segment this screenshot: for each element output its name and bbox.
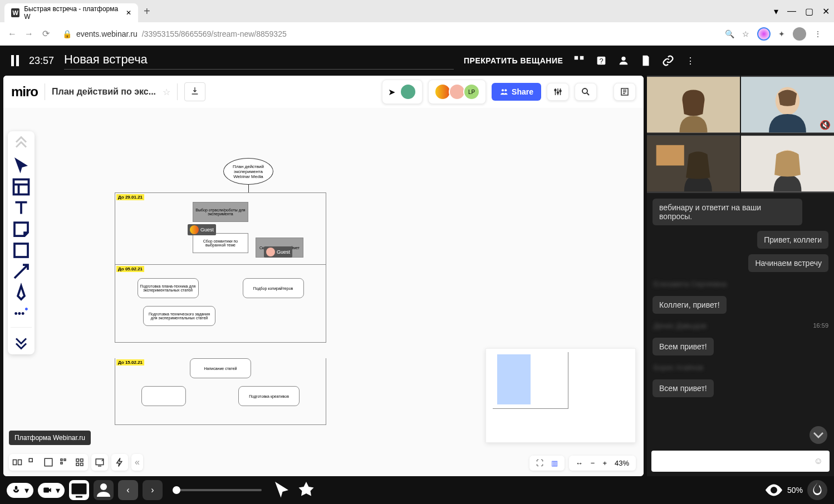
shared-content: miro План действий по экс... ☆ ➤ LP: [3, 76, 644, 476]
participants-pill[interactable]: LP: [428, 80, 486, 104]
extensions-icon[interactable]: ✦: [778, 29, 785, 38]
select-tool[interactable]: [10, 156, 32, 176]
activity-button[interactable]: [614, 83, 636, 101]
frames-panel-button[interactable]: [9, 454, 88, 471]
meeting-name-input[interactable]: Новая встреча: [64, 52, 454, 70]
present-button[interactable]: [91, 454, 108, 471]
chat-message: Начинаем встречу: [748, 254, 828, 272]
video-participant-1[interactable]: [647, 76, 740, 134]
collapse-down-icon[interactable]: [10, 331, 32, 351]
more-tools[interactable]: ••••: [10, 304, 32, 324]
prev-slide-button[interactable]: ‹: [118, 480, 138, 500]
browser-menu-icon[interactable]: ⋮: [814, 29, 822, 38]
share-button[interactable]: Share: [492, 83, 541, 101]
chat-message: вебинару и ответит на ваши вопросы.: [653, 199, 802, 225]
help-icon[interactable]: ?: [595, 55, 607, 67]
pen-tool[interactable]: [10, 283, 32, 303]
chevron-down-icon[interactable]: ▾: [56, 485, 60, 496]
profile-avatar-2[interactable]: [793, 27, 806, 41]
flow-box[interactable]: Выбор отрасли/роботы для эксперимента: [193, 202, 248, 222]
visibility-toggle[interactable]: 50%: [764, 480, 803, 500]
draw-tool-button[interactable]: [296, 480, 316, 500]
fit-icon[interactable]: ↔: [576, 459, 583, 467]
maximize-icon[interactable]: ▢: [805, 6, 813, 17]
zoom-out-icon[interactable]: −: [591, 459, 595, 467]
participants-control[interactable]: [94, 480, 114, 500]
flow-box[interactable]: Подготовка технического задания для эксп…: [143, 306, 215, 326]
miro-logo[interactable]: miro: [11, 84, 38, 100]
collapse-button[interactable]: «: [131, 454, 143, 471]
svg-point-6: [557, 92, 559, 93]
fire-button[interactable]: [807, 480, 827, 500]
board-title[interactable]: План действий по экс...: [52, 87, 156, 97]
arrow-tool[interactable]: [10, 261, 32, 281]
flow-box[interactable]: [141, 386, 186, 406]
stop-broadcast-button[interactable]: ПРЕКРАТИТЬ ВЕЩАНИЕ: [464, 56, 563, 65]
miro-canvas[interactable]: План действий эксперимента Webinar Media…: [3, 108, 644, 476]
flow-box[interactable]: Подготовка креативов: [238, 386, 300, 406]
video-participant-4[interactable]: [741, 135, 834, 192]
browser-tab[interactable]: W Быстрая встреча - платформа W ✕: [4, 3, 138, 22]
map-icon[interactable]: ▥: [551, 459, 558, 467]
fullscreen-icon[interactable]: ⛶: [536, 459, 543, 467]
reload-icon[interactable]: ⟳: [40, 28, 51, 39]
minimize-icon[interactable]: —: [787, 6, 796, 16]
seek-slider[interactable]: [173, 489, 262, 491]
back-icon[interactable]: ←: [7, 28, 18, 39]
share-label: Share: [512, 87, 533, 96]
bookmark-star-icon[interactable]: ☆: [742, 29, 749, 38]
mic-toggle[interactable]: ▾: [7, 483, 33, 498]
zoom-in-icon[interactable]: +: [602, 459, 607, 467]
flow-box[interactable]: Подбор копирайтеров: [243, 278, 304, 298]
forward-icon[interactable]: →: [23, 28, 35, 39]
flow-box[interactable]: Написание статей: [190, 358, 251, 378]
chat-icon[interactable]: [573, 55, 585, 67]
link-icon[interactable]: [662, 55, 674, 67]
profile-avatar-1[interactable]: [757, 27, 771, 41]
export-button[interactable]: [184, 82, 205, 101]
participants-icon[interactable]: [617, 55, 630, 67]
url-bar[interactable]: 🔒 events.webinar.ru/33953155/8665569/str…: [57, 27, 827, 41]
chat-textfield[interactable]: [658, 457, 814, 466]
scroll-down-button[interactable]: [810, 426, 827, 444]
video-participant-3[interactable]: [647, 135, 740, 192]
emoji-icon[interactable]: ☺: [814, 456, 823, 466]
video-participant-2[interactable]: 🔇: [741, 76, 834, 134]
frame-3[interactable]: До 15.02.21 Написание статей Подготовка …: [115, 358, 326, 425]
next-slide-button[interactable]: ›: [143, 480, 163, 500]
chevron-down-icon[interactable]: ▾: [24, 485, 29, 496]
chrome-menu-icon[interactable]: ▾: [774, 6, 778, 17]
close-window-icon[interactable]: ✕: [822, 6, 830, 17]
search-button[interactable]: [575, 83, 597, 101]
cursor-presence-pill[interactable]: ➤: [382, 80, 423, 104]
search-in-page-icon[interactable]: 🔍: [725, 29, 734, 38]
more-menu-icon[interactable]: ⋮: [684, 55, 696, 67]
frame-1[interactable]: До 29.01.21 Выбор отрасли/роботы для экс…: [115, 192, 326, 265]
bolt-button[interactable]: [111, 454, 128, 471]
star-icon[interactable]: ☆: [163, 87, 170, 97]
minimap[interactable]: [485, 348, 636, 443]
camera-toggle[interactable]: ▾: [38, 483, 65, 498]
flowchart-title-oval[interactable]: План действий эксперимента Webinar Media: [223, 158, 273, 185]
tab-close-icon[interactable]: ✕: [126, 9, 131, 17]
miro-header: miro План действий по экс... ☆ ➤ LP: [3, 76, 644, 108]
zoom-level[interactable]: 43%: [615, 459, 629, 467]
text-tool[interactable]: [10, 198, 32, 218]
templates-tool[interactable]: [10, 177, 32, 197]
app-header: 23:57 Новая встреча ПРЕКРАТИТЬ ВЕЩАНИЕ ?…: [0, 46, 834, 76]
files-icon[interactable]: [640, 55, 652, 67]
pause-icon[interactable]: [11, 55, 19, 66]
pointer-tool-button[interactable]: [272, 480, 292, 500]
flow-box[interactable]: Подготовка плана-техника для эксперимент…: [138, 278, 199, 298]
slider-thumb[interactable]: [173, 486, 180, 494]
shape-tool[interactable]: [10, 240, 32, 260]
screen-share-button[interactable]: [69, 480, 89, 500]
sticky-note-tool[interactable]: [10, 219, 32, 239]
settings-button[interactable]: [547, 83, 569, 101]
flow-box[interactable]: Сбор семантики по выбранной теме: [193, 233, 248, 253]
collapse-up-icon[interactable]: [10, 135, 32, 155]
svg-point-7: [560, 90, 561, 92]
frame-2[interactable]: До 05.02.21 Подготовка плана-техника для…: [115, 265, 326, 343]
chat-input[interactable]: ☺: [651, 451, 830, 472]
new-tab-button[interactable]: +: [144, 5, 150, 18]
